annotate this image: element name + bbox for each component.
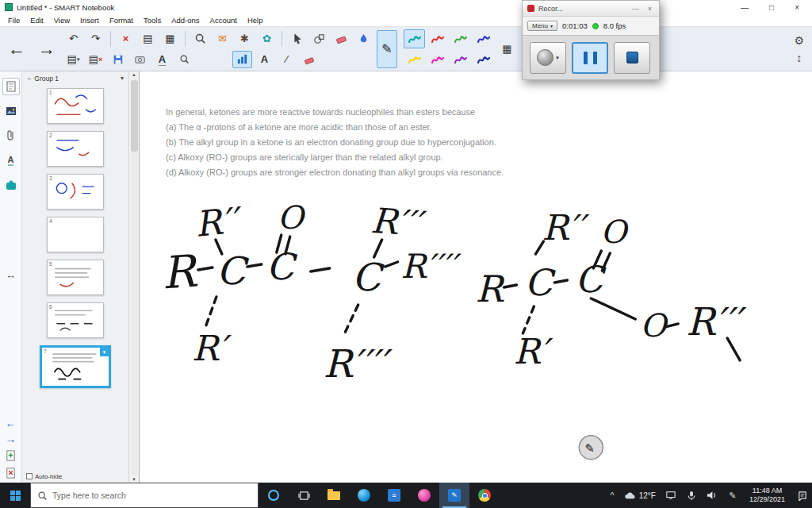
page-thumbnail-7[interactable]: 7 ▾ xyxy=(40,345,111,388)
task-view-button[interactable] xyxy=(289,483,319,508)
next-page-arrow[interactable]: → xyxy=(6,433,17,444)
line-tool-button[interactable]: ∕ xyxy=(277,51,297,68)
page-thumbnail-2[interactable]: 2 xyxy=(47,131,104,167)
delete-button[interactable]: × xyxy=(116,30,136,48)
group-dropdown-icon[interactable]: ▾ xyxy=(121,75,124,82)
tab-addons[interactable] xyxy=(2,176,20,194)
tab-gallery[interactable] xyxy=(2,102,20,120)
move-toolbar-icon[interactable]: ↕ xyxy=(796,52,802,64)
recorder-menu-button[interactable]: Menu ▾ xyxy=(527,21,557,31)
taskbar-clock[interactable]: 11:48 AM 12/29/2021 xyxy=(743,487,791,504)
pen-color-magenta[interactable] xyxy=(427,50,448,69)
scroll-down-arrow[interactable]: ▼ xyxy=(132,477,136,482)
collapse-panel-icon[interactable]: ↔ xyxy=(6,269,16,281)
auto-hide-checkbox[interactable] xyxy=(26,473,33,479)
shapes-tool-button[interactable] xyxy=(309,30,329,48)
menu-insert[interactable]: Insert xyxy=(80,16,99,25)
previous-page-button[interactable]: ← xyxy=(3,31,30,67)
page-thumbnail-3[interactable]: 3 xyxy=(47,174,104,210)
save-button[interactable] xyxy=(108,51,128,68)
recorder-minimize-button[interactable]: — xyxy=(630,5,642,13)
share-button[interactable]: ✉ xyxy=(213,30,232,48)
response-button[interactable]: ✱ xyxy=(235,30,255,48)
tab-properties[interactable]: A xyxy=(2,152,20,169)
tab-attachments[interactable] xyxy=(2,127,20,144)
weather-widget[interactable]: 12°F xyxy=(619,491,661,500)
search-input[interactable] xyxy=(52,491,251,500)
file-explorer-button[interactable] xyxy=(319,483,349,508)
start-button[interactable] xyxy=(0,483,30,508)
group-collapse-icon[interactable]: − xyxy=(27,75,31,83)
chrome-button[interactable] xyxy=(469,483,500,508)
action-center-button[interactable] xyxy=(791,491,812,501)
scrollbar-thumb[interactable] xyxy=(131,80,138,152)
microphone-tray-button[interactable] xyxy=(681,491,702,501)
redo-button[interactable]: ↷ xyxy=(86,30,105,48)
maximize-button[interactable]: □ xyxy=(769,3,774,12)
new-page-button[interactable]: ▤▾ xyxy=(63,51,83,68)
page-thumbnail-1[interactable]: 1 xyxy=(47,88,104,124)
smart-notebook-taskbar-button[interactable]: ✎ xyxy=(439,483,469,508)
capture-button[interactable] xyxy=(130,51,150,68)
pause-button[interactable] xyxy=(572,42,608,74)
page-thumbnail-6[interactable]: 6 xyxy=(47,302,104,338)
close-button[interactable]: × xyxy=(795,3,799,12)
tray-overflow-chevron[interactable]: ^ xyxy=(606,491,619,500)
page-menu-button[interactable]: ▾ xyxy=(100,348,109,356)
next-page-button[interactable]: → xyxy=(33,31,60,67)
menu-edit[interactable]: Edit xyxy=(30,16,43,25)
paint-app-button[interactable] xyxy=(409,483,439,508)
menu-view[interactable]: View xyxy=(54,16,70,25)
page-thumbnail-4[interactable]: 4 xyxy=(47,217,104,252)
page-thumbnail-5[interactable]: 5 xyxy=(47,260,104,295)
text-tool-button[interactable]: A xyxy=(255,51,274,68)
menu-file[interactable]: File xyxy=(8,16,20,25)
scroll-up-arrow[interactable]: ▲ xyxy=(132,72,136,77)
delete-page-button[interactable]: ▤× xyxy=(86,51,105,68)
order-tool-button[interactable] xyxy=(232,51,252,68)
show-screens-button[interactable] xyxy=(190,30,210,48)
pen-color-yellow[interactable] xyxy=(404,50,425,69)
pen-color-teal[interactable] xyxy=(404,29,425,48)
undo-button[interactable]: ↶ xyxy=(63,30,83,48)
sorter-scrollbar[interactable]: ▲ ▼ xyxy=(128,71,139,483)
record-button[interactable]: ▾ xyxy=(530,42,566,74)
menu-tools[interactable]: Tools xyxy=(144,16,161,25)
eraser-tool-button[interactable] xyxy=(331,30,351,48)
zoom-button[interactable] xyxy=(174,51,194,68)
toolkit-button[interactable]: ✿ xyxy=(257,30,277,48)
menu-addons[interactable]: Add-ons xyxy=(171,16,199,25)
tab-page-sorter[interactable] xyxy=(2,78,20,95)
fill-tool-button[interactable] xyxy=(354,30,373,48)
pen-tray-button[interactable]: ✎ xyxy=(722,491,743,501)
delete-page-icon[interactable] xyxy=(5,467,17,479)
record-options-caret[interactable]: ▾ xyxy=(556,55,559,61)
pen-color-navy[interactable] xyxy=(473,50,494,69)
office-app-button[interactable]: ≡ xyxy=(379,483,409,508)
select-tool-button[interactable] xyxy=(287,30,307,48)
table-button[interactable]: ▦ xyxy=(160,30,180,48)
drawing-canvas[interactable]: In general, ketones are more reactive to… xyxy=(139,71,812,483)
shape-palette-button[interactable]: ▦ xyxy=(497,31,517,67)
edge-button[interactable] xyxy=(349,483,379,508)
settings-gear-icon[interactable]: ⚙ xyxy=(794,34,804,47)
pen-tool-button[interactable]: ✎ xyxy=(377,30,397,68)
cortana-button[interactable] xyxy=(259,483,289,508)
previous-page-arrow[interactable]: ← xyxy=(6,418,17,429)
pen-color-purple[interactable] xyxy=(450,50,471,69)
scrollbar-track[interactable] xyxy=(131,79,138,475)
volume-tray-button[interactable] xyxy=(702,491,722,500)
menu-format[interactable]: Format xyxy=(109,16,133,25)
minimize-button[interactable]: — xyxy=(741,3,749,12)
display-tray-button[interactable] xyxy=(661,491,681,500)
menu-account[interactable]: Account xyxy=(210,16,237,25)
pen-color-blue[interactable] xyxy=(473,29,494,48)
add-page-icon[interactable] xyxy=(5,449,17,462)
taskbar-search[interactable] xyxy=(30,483,259,508)
recorder-close-button[interactable]: × xyxy=(645,5,654,13)
recorder-title-bar[interactable]: Recor... — × xyxy=(523,1,659,17)
paste-button[interactable]: ▤ xyxy=(138,30,158,48)
pen-color-red[interactable] xyxy=(427,29,448,48)
menu-help[interactable]: Help xyxy=(247,16,263,25)
pen-color-green[interactable] xyxy=(450,29,471,48)
